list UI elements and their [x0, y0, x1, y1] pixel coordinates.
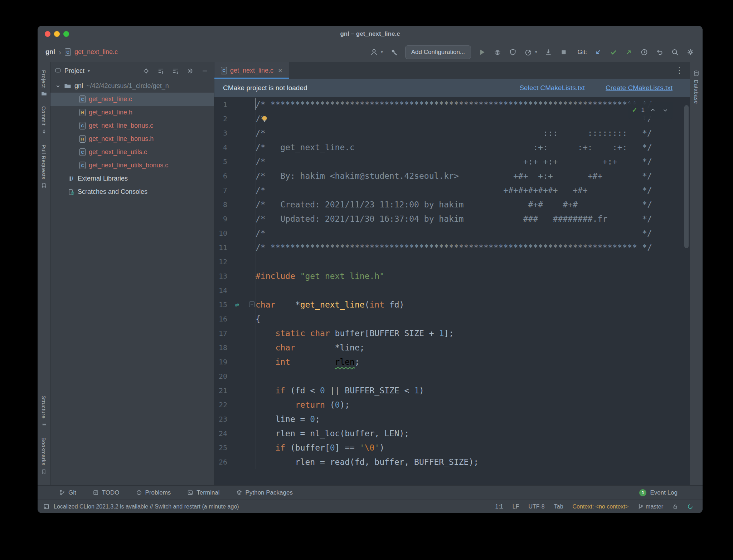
tree-root-folder[interactable]: gnl~/42/42cursus/1_circle/get_n — [50, 79, 214, 93]
code-line[interactable]: 9/* Updated: 2021/11/30 16:37:04 by haki… — [214, 212, 690, 226]
code-line[interactable]: 20 — [214, 369, 690, 383]
code-line[interactable]: 23 line = 0; — [214, 412, 690, 426]
code-line[interactable]: 2/* */ — [214, 112, 690, 126]
code-line[interactable]: 12 — [214, 255, 690, 269]
status-message[interactable]: Localized CLion 2021.3.2 is available //… — [54, 503, 239, 510]
panel-settings-gear-icon[interactable] — [186, 67, 194, 75]
code-line[interactable]: 1/* ************************************… — [214, 97, 690, 112]
code-line[interactable]: 10/* */ — [214, 226, 690, 240]
add-configuration-button[interactable]: Add Configuration... — [405, 45, 471, 59]
line-ending[interactable]: LF — [513, 503, 519, 510]
undo-icon[interactable] — [655, 48, 664, 57]
context-widget[interactable]: Context: <no context> — [573, 503, 629, 510]
tree-file-get_next_line_utils_bonus.c[interactable]: Cget_next_line_utils_bonus.c — [50, 159, 214, 172]
code-line[interactable]: 7/* +#+#+#+#+#+ +#+ */ — [214, 183, 690, 197]
build-hammer-icon[interactable] — [390, 48, 398, 57]
profiler-icon[interactable] — [524, 48, 533, 57]
coverage-icon[interactable] — [509, 48, 517, 57]
breadcrumb-file[interactable]: get_next_line.c — [74, 48, 118, 56]
git-commit-check-icon[interactable] — [609, 48, 618, 57]
prev-problem-chevron-up-icon[interactable] — [649, 106, 657, 114]
code-line[interactable]: 8/* Created: 2021/11/23 11:12:00 by haki… — [214, 197, 690, 212]
chevron-down-icon[interactable] — [55, 83, 61, 89]
tree-item-external-libraries[interactable]: External Libraries — [50, 172, 214, 185]
tree-file-get_next_line_utils.c[interactable]: Cget_next_line_utils.c — [50, 146, 214, 159]
sidebar-item-project[interactable]: Project — [41, 70, 47, 96]
close-window-button[interactable] — [45, 31, 50, 37]
code-line[interactable]: 14 — [214, 283, 690, 298]
tree-file-get_next_line_bonus.c[interactable]: Cget_next_line_bonus.c — [50, 119, 214, 132]
collapse-all-icon[interactable] — [156, 67, 165, 75]
code-line[interactable]: 5/* +:+ +:+ +:+ */ — [214, 154, 690, 169]
settings-gear-icon[interactable] — [686, 48, 695, 57]
sidebar-item-bookmarks[interactable]: Bookmarks — [41, 437, 47, 475]
stop-icon[interactable] — [559, 48, 568, 57]
code-line[interactable]: 24 rlen = nl_loc(buffer, LEN); — [214, 426, 690, 441]
close-tab-icon[interactable]: × — [278, 67, 282, 75]
toolwindow-event-log[interactable]: 1 Event Log — [639, 489, 678, 496]
code-line[interactable]: 22 return (0); — [214, 398, 690, 412]
intention-bulb-icon[interactable] — [261, 113, 268, 127]
tab-options-kebab-icon[interactable]: ⋮ — [669, 62, 690, 79]
minimize-window-button[interactable] — [54, 31, 60, 37]
code-line[interactable]: 13#include "get_next_line.h" — [214, 269, 690, 283]
code-line[interactable]: 21 if (fd < 0 || BUFFER_SIZE < 1) — [214, 383, 690, 398]
debug-bug-icon[interactable] — [493, 48, 502, 57]
code-line[interactable]: 16{ — [214, 312, 690, 326]
code-editor[interactable]: 1/* ************************************… — [214, 97, 690, 485]
tree-file-get_next_line_bonus.h[interactable]: Hget_next_line_bonus.h — [50, 132, 214, 146]
toolwindow-todo[interactable]: TODO — [93, 489, 120, 496]
chevron-down-icon[interactable]: ▾ — [381, 50, 383, 54]
code-line[interactable]: 15⇄−char *get_next_line(int fd) — [214, 298, 690, 312]
locate-file-icon[interactable] — [142, 67, 150, 75]
indent-style[interactable]: Tab — [554, 503, 563, 510]
tree-file-get_next_line.h[interactable]: Hget_next_line.h — [50, 106, 214, 119]
search-icon[interactable] — [671, 48, 679, 57]
code-line[interactable]: 3/* ::: :::::::: */ — [214, 126, 690, 140]
create-cmakelists-link[interactable]: Create CMakeLists.txt — [606, 84, 673, 92]
code-line[interactable]: 17 static char buffer[BUFFER_SIZE + 1]; — [214, 326, 690, 340]
sidebar-item-database[interactable]: Database — [693, 70, 699, 104]
sidebar-item-pull-requests[interactable]: Pull Requests — [41, 144, 47, 188]
toolwindow-python-packages[interactable]: Python Packages — [236, 489, 293, 496]
history-clock-icon[interactable] — [640, 48, 649, 57]
inspections-widget[interactable]: ✓ 1 — [628, 102, 673, 119]
select-cmakelists-link[interactable]: Select CMakeLists.txt — [519, 84, 585, 92]
toolwindow-git[interactable]: Git — [59, 489, 76, 496]
tree-file-get_next_line.c[interactable]: Cget_next_line.c — [50, 93, 214, 106]
code-line[interactable]: 6/* By: hakim <hakim@student.42seoul.kr>… — [214, 169, 690, 183]
run-icon[interactable] — [478, 48, 486, 57]
code-line[interactable]: 25 if (buffer[0] == '\0') — [214, 441, 690, 455]
tab-get-next-line-c[interactable]: C get_next_line.c × — [214, 62, 289, 79]
caret-position[interactable]: 1:1 — [495, 503, 503, 510]
toolwindow-problems[interactable]: Problems — [136, 489, 171, 496]
recursive-call-icon[interactable]: ⇄ — [235, 298, 239, 312]
fold-region-icon[interactable]: − — [249, 301, 255, 307]
titlebar[interactable]: gnl – get_next_line.c — [38, 26, 703, 42]
code-line[interactable]: 26 rlen = read(fd, buffer, BUFFER_SIZE); — [214, 455, 690, 469]
sidebar-item-structure[interactable]: Structure — [41, 396, 47, 427]
git-push-icon[interactable] — [625, 48, 633, 57]
toolwindow-terminal[interactable]: Terminal — [187, 489, 219, 496]
file-encoding[interactable]: UTF-8 — [528, 503, 544, 510]
code-line[interactable]: 11/* ***********************************… — [214, 240, 690, 255]
next-problem-chevron-down-icon[interactable] — [661, 106, 670, 114]
toolwindow-toggle-icon[interactable] — [43, 503, 49, 510]
ide-status-circle-icon[interactable] — [687, 503, 693, 510]
sidebar-item-commit[interactable]: Commit — [41, 106, 47, 134]
user-icon[interactable] — [370, 48, 378, 57]
code-line[interactable]: 19 int rlen; — [214, 355, 690, 369]
lock-icon[interactable] — [673, 503, 678, 510]
tree-item-scratches-and-consoles[interactable]: Scratches and Consoles — [50, 185, 214, 198]
chevron-down-icon[interactable]: ▾ — [535, 50, 537, 54]
code-line[interactable]: 4/* get_next_line.c :+: :+: :+: */ — [214, 140, 690, 154]
project-panel-title[interactable]: Project — [64, 67, 84, 75]
editor-scrollbar[interactable] — [684, 105, 689, 248]
git-update-icon[interactable] — [594, 48, 602, 57]
git-branch-widget[interactable]: master — [638, 503, 663, 510]
zoom-window-button[interactable] — [63, 31, 69, 37]
expand-all-icon[interactable] — [171, 67, 180, 75]
code-line[interactable]: 18 char *line; — [214, 340, 690, 355]
breadcrumb-project[interactable]: gnl — [45, 48, 55, 56]
chevron-down-icon[interactable]: ▾ — [88, 68, 90, 73]
